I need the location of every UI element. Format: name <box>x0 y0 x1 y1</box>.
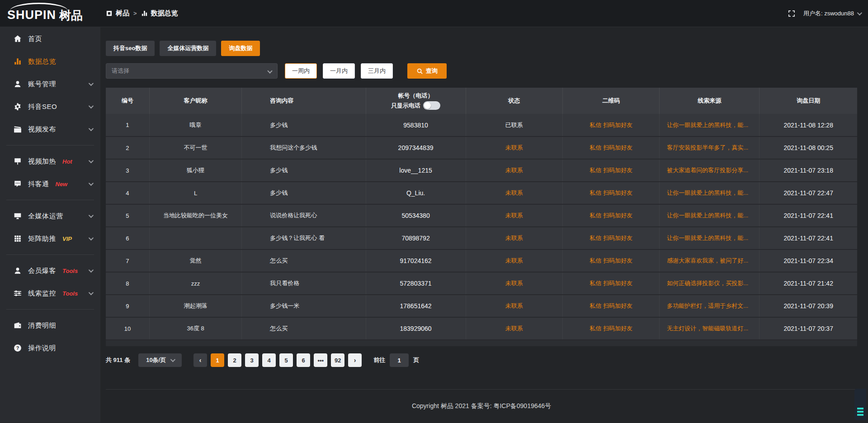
lead-source-link[interactable]: 如何正确选择投影仪，买投影... <box>660 272 760 295</box>
bar-chart-icon <box>141 10 148 17</box>
column-header: 咨询内容 <box>242 88 366 114</box>
row-number: 5 <box>106 204 149 227</box>
page-button[interactable]: 1 <box>211 353 224 367</box>
customer-nickname: zzz <box>149 272 241 295</box>
sidebar-item[interactable]: 会员爆客Tools <box>0 259 100 282</box>
qrcode-link[interactable]: 私信 扫码加好友 <box>562 295 659 317</box>
fullscreen-icon[interactable] <box>788 10 795 17</box>
member-icon <box>14 267 22 275</box>
sidebar-item[interactable]: ?操作说明 <box>0 337 100 359</box>
page-button[interactable]: 5 <box>279 353 293 367</box>
sidebar-item[interactable]: 视频发布 <box>0 118 100 141</box>
chevron-down-icon <box>89 213 94 218</box>
sidebar-item[interactable]: 账号管理 <box>0 73 100 95</box>
lead-source-link[interactable]: 让你一眼就爱上的黑科技，能... <box>660 204 760 227</box>
period-buttons: 一周内 一月内 三月内 <box>285 63 393 79</box>
page-button[interactable]: 2 <box>228 353 241 367</box>
sidebar-item[interactable]: 抖音SEO <box>0 95 100 118</box>
next-page-button[interactable]: › <box>348 353 362 367</box>
qrcode-link[interactable]: 私信 扫码加好友 <box>562 182 659 204</box>
account-select[interactable]: 请选择 <box>106 63 278 79</box>
sidebar-divider <box>6 200 94 200</box>
filter-bar: 请选择 一周内 一月内 三月内 查询 <box>106 63 857 79</box>
page-size-select[interactable]: 10条/页 <box>138 353 182 367</box>
svg-text:?: ? <box>16 345 19 351</box>
wallet-icon <box>14 321 22 329</box>
page-button[interactable]: 3 <box>245 353 259 367</box>
contact-status: 未联系 <box>466 159 562 182</box>
qrcode-link[interactable]: 私信 扫码加好友 <box>562 136 659 159</box>
qrcode-link[interactable]: 私信 扫码加好友 <box>562 227 659 249</box>
goto-page-input[interactable]: 1 <box>390 353 409 367</box>
sidebar-badge: Tools <box>62 268 78 274</box>
lead-source-link[interactable]: 无主灯设计，智能磁吸轨道灯... <box>660 317 760 340</box>
inquiry-date: 2021-11-07 22:41 <box>760 227 857 249</box>
sidebar-item[interactable]: 抖客通New <box>0 173 100 195</box>
phone-only-toggle[interactable] <box>423 101 440 110</box>
customer-nickname: 潮起潮落 <box>149 295 241 317</box>
period-one-month-button[interactable]: 一月内 <box>323 63 355 79</box>
inquiry-content: 怎么买 <box>242 249 366 272</box>
lead-source-link[interactable]: 让你一眼就爱上的黑科技，能... <box>660 227 760 249</box>
account-phone: 917024162 <box>366 249 466 272</box>
qrcode-link[interactable]: 私信 扫码加好友 <box>562 249 659 272</box>
sidebar-item[interactable]: 全媒体运营 <box>0 205 100 227</box>
sidebar-item[interactable]: 视频加热Hot <box>0 150 100 173</box>
qrcode-link[interactable]: 私信 扫码加好友 <box>562 204 659 227</box>
tab-douyin-seo-data[interactable]: 抖音seo数据 <box>106 41 155 56</box>
lead-source-link[interactable]: 多功能护栏灯，适用于乡村文... <box>660 295 760 317</box>
sidebar-item[interactable]: 线索监控Tools <box>0 282 100 305</box>
page-button[interactable]: 4 <box>262 353 276 367</box>
query-button[interactable]: 查询 <box>407 63 447 79</box>
pager-ellipsis[interactable]: ••• <box>314 353 327 367</box>
page-button[interactable]: 6 <box>297 353 310 367</box>
qrcode-link[interactable]: 私信 扫码加好友 <box>562 159 659 182</box>
column-header: 二维码 <box>562 88 659 114</box>
period-one-week-button[interactable]: 一周内 <box>285 63 317 79</box>
inquiry-content: 多少钱 <box>242 159 366 182</box>
contact-status: 未联系 <box>466 227 562 249</box>
breadcrumb-root[interactable]: 树品 <box>116 9 129 18</box>
user-menu[interactable]: 用户名: zswodun88 <box>803 9 861 18</box>
inquiry-content: 多少钱一米 <box>242 295 366 317</box>
qrcode-link[interactable]: 私信 扫码加好友 <box>562 317 659 340</box>
monitor-icon <box>14 212 22 220</box>
sidebar: 首页数据总览账号管理抖音SEO视频发布视频加热Hot抖客通New全媒体运营矩阵助… <box>0 27 100 423</box>
lead-source-link[interactable]: 客厅安装投影半年多了，真实... <box>660 136 760 159</box>
table-row: 1哦章多少钱9583810已联系私信 扫码加好友让你一眼就爱上的黑科技，能...… <box>106 114 857 136</box>
lead-source-link[interactable]: 让你一眼就爱上的黑科技，能... <box>660 182 760 204</box>
qrcode-link[interactable]: 私信 扫码加好友 <box>562 272 659 295</box>
tab-inquiry-data[interactable]: 询盘数据 <box>221 41 260 56</box>
sidebar-item-label: 消费明细 <box>28 321 56 330</box>
table-header-row: 编号客户昵称咨询内容帐号（电话）只显示电话状态二维码线索来源询盘日期 <box>106 88 857 114</box>
account-phone: 50534380 <box>366 204 466 227</box>
tab-omnimedia-data[interactable]: 全媒体运营数据 <box>160 41 216 56</box>
account-phone: Q_Liu. <box>366 182 466 204</box>
contact-status: 未联系 <box>466 317 562 340</box>
sidebar-item-label: 账号管理 <box>28 80 56 89</box>
inquiry-date: 2021-11-07 20:37 <box>760 317 857 340</box>
sidebar-item[interactable]: 数据总览 <box>0 50 100 73</box>
customer-nickname: L <box>149 182 241 204</box>
contact-status: 未联系 <box>466 272 562 295</box>
table-row: 5当地比较能吃的一位美女说说价格让我死心50534380未联系私信 扫码加好友让… <box>106 204 857 227</box>
prev-page-button[interactable]: ‹ <box>193 353 207 367</box>
lead-source-link[interactable]: 让你一眼就爱上的黑科技，能... <box>660 114 760 136</box>
period-three-months-button[interactable]: 三月内 <box>361 63 393 79</box>
sidebar-item[interactable]: 矩阵助推VIP <box>0 227 100 250</box>
page-button[interactable]: 92 <box>331 353 344 367</box>
customer-nickname: 不可一世 <box>149 136 241 159</box>
account-phone: 9583810 <box>366 114 466 136</box>
chevron-down-icon <box>857 10 862 15</box>
sidebar-item[interactable]: 消费明细 <box>0 314 100 337</box>
service-widget[interactable] <box>854 389 866 420</box>
billboard-icon <box>14 157 22 165</box>
lead-source-link[interactable]: 感谢大家喜欢我家，被问了好... <box>660 249 760 272</box>
goto-page: 前往 1 页 <box>373 353 419 367</box>
qrcode-link[interactable]: 私信 扫码加好友 <box>562 114 659 136</box>
lead-source-link[interactable]: 被大家追着问的客厅投影分享... <box>660 159 760 182</box>
customer-nickname: 狐小狸 <box>149 159 241 182</box>
sidebar-item[interactable]: 首页 <box>0 28 100 50</box>
username-label: 用户名: zswodun88 <box>803 9 854 18</box>
chevron-down-icon <box>89 126 94 131</box>
